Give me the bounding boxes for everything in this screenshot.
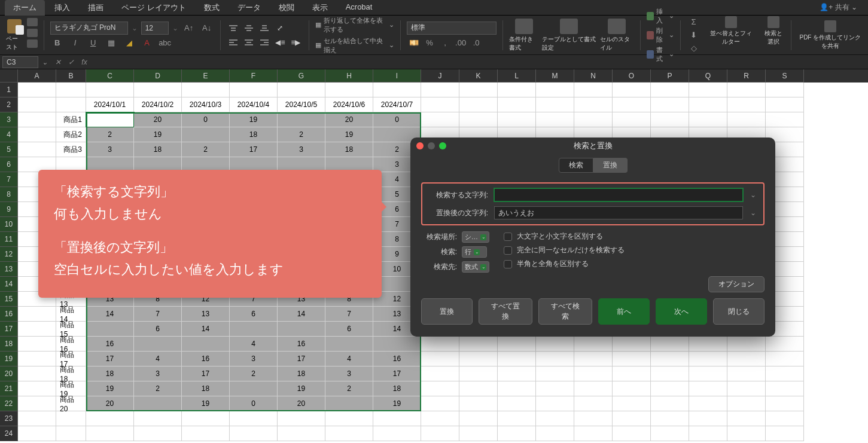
cell[interactable] [421, 381, 459, 396]
row-header-11[interactable]: 11 [0, 232, 18, 247]
row-header-17[interactable]: 17 [0, 322, 18, 337]
cell[interactable] [278, 112, 325, 127]
col-header-B[interactable]: B [56, 69, 86, 83]
menu-Acrobat[interactable]: Acrobat [337, 0, 381, 16]
col-header-D[interactable]: D [134, 69, 182, 83]
cell[interactable] [18, 411, 56, 426]
cell[interactable] [574, 366, 613, 381]
cell[interactable] [421, 411, 459, 426]
col-header-J[interactable]: J [421, 69, 459, 83]
cell[interactable]: 商品2 [56, 127, 86, 142]
cell[interactable] [651, 112, 689, 127]
cell[interactable] [689, 83, 727, 97]
cell[interactable] [459, 83, 498, 97]
cell[interactable] [689, 352, 727, 366]
cell[interactable] [613, 83, 651, 97]
cell[interactable] [613, 112, 651, 127]
cell[interactable] [18, 337, 56, 352]
menu-表示[interactable]: 表示 [304, 0, 336, 16]
cell[interactable]: 18 [230, 127, 278, 142]
cell[interactable]: 20 [134, 112, 182, 127]
cell[interactable]: 7 [325, 307, 373, 322]
col-header-I[interactable]: I [373, 69, 421, 83]
align-top-button[interactable] [226, 22, 240, 34]
cell[interactable] [766, 97, 804, 112]
cell[interactable] [182, 337, 230, 352]
cell[interactable] [230, 426, 278, 441]
cell[interactable] [421, 366, 459, 381]
prev-button[interactable]: 前へ [598, 298, 650, 325]
cell[interactable] [134, 426, 182, 441]
cell[interactable]: 17 [230, 142, 278, 157]
cell[interactable] [18, 426, 56, 441]
cell[interactable] [536, 83, 574, 97]
cell[interactable] [613, 426, 651, 441]
cell[interactable] [230, 322, 278, 337]
cell[interactable] [651, 83, 689, 97]
align-center-button[interactable] [242, 36, 256, 48]
cell[interactable] [766, 381, 804, 396]
increase-decimal-button[interactable]: .00 [453, 37, 468, 49]
col-header-M[interactable]: M [536, 69, 574, 83]
pdf-create-button[interactable]: PDF を作成してリンクを共有 [797, 20, 863, 50]
cell[interactable]: 2 [230, 366, 278, 381]
fill-color-button[interactable]: ◢ [122, 37, 136, 49]
cell[interactable] [373, 83, 421, 97]
cell[interactable]: 4 [325, 352, 373, 366]
cell[interactable]: 16 [278, 337, 325, 352]
cell[interactable] [134, 411, 182, 426]
cell[interactable]: 2 [182, 142, 230, 157]
cell[interactable] [18, 307, 56, 322]
cell[interactable] [766, 396, 804, 411]
cell[interactable]: 19 [86, 381, 134, 396]
col-header-H[interactable]: H [325, 69, 373, 83]
cell[interactable]: 14 [182, 322, 230, 337]
cell[interactable] [182, 83, 230, 97]
search-direction-select[interactable]: 行⌄ [462, 246, 487, 258]
col-header-K[interactable]: K [459, 69, 498, 83]
row-header-4[interactable]: 4 [0, 127, 18, 142]
replace-input[interactable] [494, 206, 743, 219]
cell[interactable] [278, 322, 325, 337]
cell[interactable] [459, 381, 498, 396]
cell[interactable] [536, 337, 574, 352]
cell[interactable]: 2 [134, 381, 182, 396]
cell[interactable] [613, 337, 651, 352]
format-painter-icon[interactable] [27, 39, 38, 48]
cell[interactable] [56, 411, 86, 426]
row-header-1[interactable]: 1 [0, 83, 18, 97]
cell[interactable]: 3 [86, 142, 134, 157]
cell[interactable] [689, 366, 727, 381]
cell[interactable] [421, 396, 459, 411]
cell[interactable] [536, 396, 574, 411]
cell[interactable] [421, 352, 459, 366]
indent-decrease-button[interactable]: ◀≡ [273, 36, 287, 48]
cell[interactable]: 2024/10/2 [134, 97, 182, 112]
col-header-S[interactable]: S [766, 69, 804, 83]
cell[interactable] [459, 366, 498, 381]
font-size-select[interactable] [141, 22, 169, 35]
cell[interactable]: 3 [134, 366, 182, 381]
cell[interactable] [56, 426, 86, 441]
menu-描画[interactable]: 描画 [80, 0, 112, 16]
cell[interactable]: 19 [373, 396, 421, 411]
cell[interactable]: 4 [134, 352, 182, 366]
cell[interactable] [536, 381, 574, 396]
cell[interactable] [574, 352, 613, 366]
replace-all-button[interactable]: すべて置換 [479, 298, 532, 325]
cell[interactable]: 2024/10/7 [373, 97, 421, 112]
cell[interactable]: 17 [182, 366, 230, 381]
wrap-text-button[interactable]: ▦ 折り返して全体を表示する ⌄ [315, 16, 394, 34]
cell[interactable] [498, 366, 536, 381]
row-header-21[interactable]: 21 [0, 381, 18, 396]
find-input[interactable] [494, 188, 743, 201]
find-all-button[interactable]: すべて検索 [538, 298, 592, 325]
cell[interactable] [86, 83, 134, 97]
cell[interactable] [574, 112, 613, 127]
format-table-button[interactable]: テーブルとして書式設定 [542, 19, 596, 52]
cell[interactable]: 3 [230, 352, 278, 366]
cell[interactable] [536, 426, 574, 441]
cell[interactable] [536, 411, 574, 426]
cell[interactable] [498, 381, 536, 396]
cell[interactable]: 18 [373, 381, 421, 396]
